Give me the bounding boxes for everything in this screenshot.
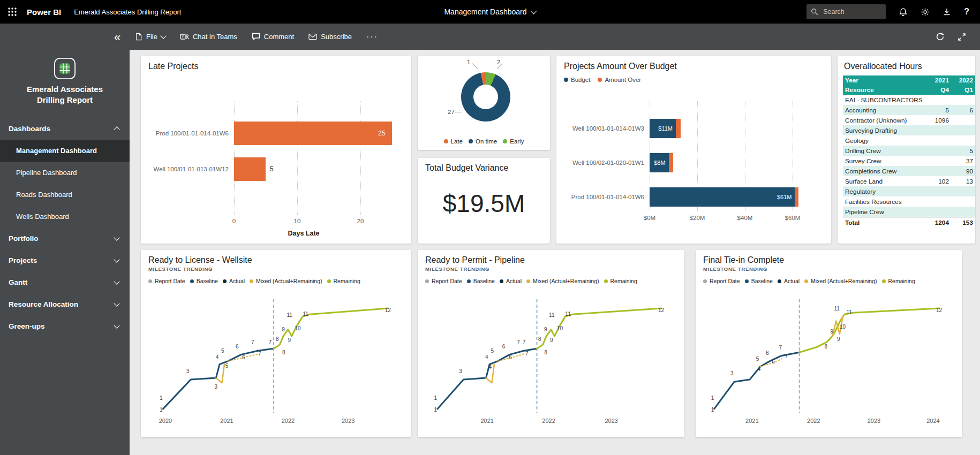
over-budget-plot[interactable]: $0M$20M$40M$60MWell 100/01-01-014-01W3$1… <box>564 101 823 244</box>
powerbi-brand[interactable]: Power BI <box>27 7 61 17</box>
legend-item-remaining[interactable]: Remaining <box>604 278 637 284</box>
x-axis-year-label: 2021 <box>745 418 758 424</box>
resource-cell: EAI - SUBCONTRACTORS <box>843 95 927 105</box>
help-button[interactable]: ? <box>964 7 969 17</box>
milestone-chart-2[interactable]: 113456677899101111122021202220232024 <box>703 287 955 433</box>
sidebar-item-wells-dashboard[interactable]: Wells Dashboard <box>0 206 130 228</box>
sidebar-section-projects[interactable]: Projects <box>0 249 130 271</box>
milestone-point-label: 7 <box>258 351 261 357</box>
value-cell: 90 <box>951 166 975 176</box>
legend-item-on-time[interactable]: On time <box>469 138 497 145</box>
series-remaining[interactable] <box>800 308 939 352</box>
late-projects-plot[interactable]: 01020Prod 100/01-01-014-01W625Well 100/0… <box>148 101 403 244</box>
table-row-contractor-unknown[interactable]: Contractor (Unknown)1096 <box>843 115 975 125</box>
table-row-surveying-drafting[interactable]: Surveying Drafting <box>843 125 975 135</box>
legend-item-budget[interactable]: Budget <box>564 77 590 83</box>
value-cell <box>951 186 975 196</box>
sidebar-section-dashboards[interactable]: Dashboards <box>0 118 130 140</box>
subscribe-button[interactable]: Subscribe <box>308 33 352 41</box>
sidebar-section-label: Projects <box>9 256 37 264</box>
overallocated-hours-table-wrap[interactable]: Year20212022ResourceQ4Q1EAI - SUBCONTRAC… <box>843 75 975 240</box>
notifications-button[interactable] <box>899 7 908 17</box>
table-row-geology[interactable]: Geology <box>843 135 975 146</box>
search-box[interactable] <box>806 4 886 19</box>
value-cell <box>927 95 951 105</box>
file-menu[interactable]: File <box>135 33 165 41</box>
legend-label: On time <box>476 138 497 145</box>
donut-callout: 27 <box>448 109 455 115</box>
legend-item-baseline[interactable]: Baseline <box>745 278 773 284</box>
settings-button[interactable] <box>921 7 930 17</box>
overallocated-hours-table[interactable]: Year20212022ResourceQ4Q1EAI - SUBCONTRAC… <box>843 75 975 228</box>
amount-over-bar[interactable] <box>669 153 674 172</box>
resource-cell: Survey Crew <box>843 156 927 166</box>
chevron-up-icon <box>114 126 119 132</box>
download-button[interactable] <box>943 7 951 16</box>
legend-item-actual[interactable]: Actual <box>500 278 522 284</box>
bar-well-100-01-01-013-01w12[interactable] <box>234 157 266 181</box>
page-selector[interactable]: Management Dashboard <box>444 7 536 16</box>
table-row-eai-subcontractors[interactable]: EAI - SUBCONTRACTORS <box>843 95 975 105</box>
sidebar-item-roads-dashboard[interactable]: Roads Dashboard <box>0 184 130 206</box>
table-row-facilities-resources[interactable]: Facilities Resources <box>843 196 975 207</box>
table-row-drilling-crew[interactable]: Drilling Crew5 <box>843 146 975 156</box>
milestone-point-label: 1 <box>434 395 438 401</box>
sidebar-section-portfolio[interactable]: Portfolio <box>0 228 130 249</box>
milestone-chart-0[interactable]: 1133455667778899101111122020202120222023 <box>148 287 404 433</box>
legend-item-amount-over[interactable]: Amount Over <box>598 77 641 83</box>
table-row-completions-crew[interactable]: Completions Crew90 <box>843 166 975 176</box>
legend-item-mixed-actual-remaining[interactable]: Mixed (Actual+Remaining) <box>250 278 322 284</box>
refresh-button[interactable] <box>936 32 945 41</box>
legend-item-mixed-actual-remaining[interactable]: Mixed (Actual+Remaining) <box>526 278 599 284</box>
header-cell[interactable]: Q4 <box>927 85 951 95</box>
milestone-legend-0: Report DateBaselineActualMixed (Actual+R… <box>148 278 360 284</box>
header-cell[interactable]: 2022 <box>951 75 975 85</box>
legend-item-report-date[interactable]: Report Date <box>703 278 740 284</box>
bar-prod-100-01-01-014-01w6[interactable] <box>234 122 392 145</box>
legend-item-actual[interactable]: Actual <box>223 278 245 284</box>
legend-item-early[interactable]: Early <box>503 138 524 145</box>
series-remaining[interactable] <box>537 308 661 348</box>
chat-in-teams-button[interactable]: Chat in Teams <box>180 33 237 41</box>
sidebar-section-resource-allocation[interactable]: Resource Allocation <box>0 293 130 315</box>
milestone-point-label: 4 <box>489 364 492 370</box>
amount-over-bar[interactable] <box>795 187 798 207</box>
milestone-chart-1[interactable]: 11344566777889910111112202120222023 <box>425 287 677 433</box>
header-cell[interactable]: Q1 <box>951 85 975 95</box>
fullscreen-button[interactable] <box>958 33 966 41</box>
milestone-point-label: 8 <box>545 350 548 355</box>
sidebar-item-management-dashboard[interactable]: Management Dashboard <box>0 140 130 162</box>
legend-item-report-date[interactable]: Report Date <box>148 278 185 284</box>
table-row-pipeline-crew[interactable]: Pipeline Crew <box>843 207 975 217</box>
more-options-button[interactable]: ··· <box>366 32 378 42</box>
search-input[interactable] <box>822 7 873 16</box>
legend-item-remaining[interactable]: Remaining <box>882 278 915 284</box>
table-row-accounting[interactable]: Accounting56 <box>843 105 975 115</box>
legend-item-report-date[interactable]: Report Date <box>425 278 462 284</box>
legend-item-mixed-actual-remaining[interactable]: Mixed (Actual+Remaining) <box>804 278 877 284</box>
donut-chart[interactable]: 1227LateOn timeEarly <box>418 56 550 150</box>
legend-dot <box>778 279 781 283</box>
sidebar-item-pipeline-dashboard[interactable]: Pipeline Dashboard <box>0 162 130 184</box>
search-icon <box>811 8 818 16</box>
header-cell[interactable]: 2021 <box>927 75 951 85</box>
legend-item-remaining[interactable]: Remaining <box>327 278 360 284</box>
legend-dot <box>223 279 227 283</box>
app-launcher-icon[interactable] <box>0 0 25 24</box>
collapse-sidebar-button[interactable]: « <box>108 24 126 50</box>
header-cell[interactable]: Year <box>843 75 927 85</box>
late-projects-row: Well 100/01-01-013-01W125 <box>148 157 403 181</box>
page-selector-label: Management Dashboard <box>444 7 526 16</box>
comment-button[interactable]: Comment <box>252 33 294 41</box>
table-row-surface-land[interactable]: Surface Land10213 <box>843 176 975 186</box>
legend-item-baseline[interactable]: Baseline <box>190 278 218 284</box>
sidebar-section-gantt[interactable]: Gantt <box>0 271 130 293</box>
amount-over-bar[interactable] <box>676 119 681 138</box>
header-cell[interactable]: Resource <box>843 85 927 95</box>
table-row-survey-crew[interactable]: Survey Crew37 <box>843 156 975 166</box>
sidebar-section-green-ups[interactable]: Green-ups <box>0 315 130 337</box>
table-row-regulatory[interactable]: Regulatory <box>843 186 975 196</box>
legend-item-late[interactable]: Late <box>444 138 463 145</box>
legend-item-actual[interactable]: Actual <box>778 278 800 284</box>
legend-item-baseline[interactable]: Baseline <box>467 278 495 284</box>
